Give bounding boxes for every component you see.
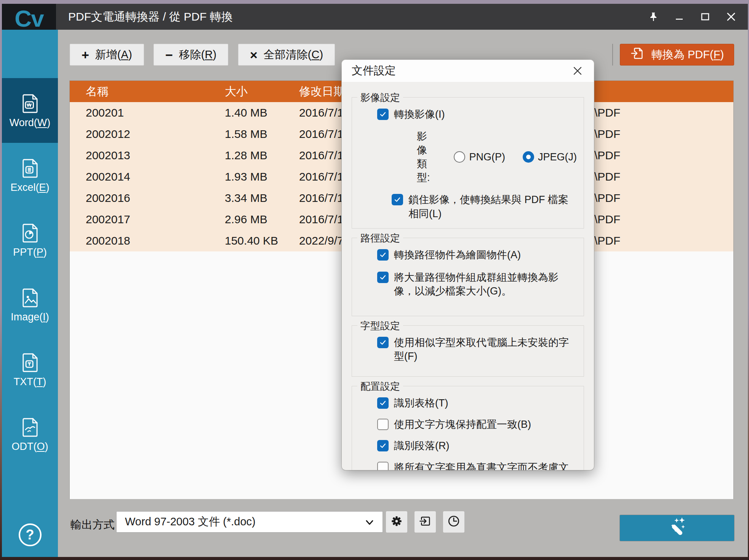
file-name: 2002018 <box>70 234 225 247</box>
file-path: \PDF <box>594 234 733 247</box>
file-size: 1.58 MB <box>225 128 299 141</box>
group-legend: 配置設定 <box>357 380 403 393</box>
pin-icon[interactable] <box>648 11 659 22</box>
magic-wand-icon <box>665 515 689 541</box>
checkbox[interactable] <box>392 194 403 205</box>
image-settings-group: 影像設定 轉換影像(I) 影像類型: PNG(P) JPEG(J) <box>352 97 584 229</box>
column-header-name[interactable]: 名稱 <box>70 84 225 99</box>
checkbox[interactable] <box>377 419 389 430</box>
image-type-label: 影像類型: <box>417 130 436 184</box>
remove-button[interactable]: − 移除(R) <box>154 44 228 66</box>
sidebar-item-label: TXT(T) <box>14 376 46 388</box>
export-icon <box>418 514 432 530</box>
lock-images-checkbox-row[interactable]: 鎖住影像，使轉換結果與 PDF 檔案相同(L) <box>392 193 577 221</box>
help-button[interactable]: ? <box>19 523 42 546</box>
quick-convert-button[interactable] <box>620 515 734 541</box>
file-name: 2002017 <box>70 213 225 226</box>
checkbox[interactable] <box>377 397 389 409</box>
dialog-close-icon[interactable] <box>571 64 584 77</box>
clock-icon <box>447 514 461 530</box>
png-radio-row[interactable]: PNG(P) <box>454 151 505 163</box>
group-legend: 影像設定 <box>357 91 403 104</box>
radio-button[interactable] <box>523 151 534 163</box>
file-name: 2002014 <box>70 170 225 183</box>
question-icon: ? <box>26 527 34 543</box>
convert-images-checkbox-row[interactable]: 轉換影像(I) <box>377 107 577 121</box>
column-header-size[interactable]: 大小 <box>225 84 299 99</box>
convert-to-pdf-button[interactable]: 轉換為 PDF(F) <box>620 44 734 66</box>
close-button[interactable] <box>726 11 736 22</box>
substitute-fonts-checkbox-row[interactable]: 使用相似字型來取代電腦上未安裝的字型(F) <box>377 336 577 363</box>
group-legend: 路徑設定 <box>357 232 403 245</box>
word-doc-icon <box>19 93 41 115</box>
gear-icon <box>390 514 403 530</box>
sidebar-item-ppt[interactable]: PPT(P) <box>2 208 58 272</box>
excel-doc-icon <box>19 157 41 179</box>
file-size: 2.96 MB <box>225 213 299 226</box>
file-path: \PDF <box>594 213 733 226</box>
add-button[interactable]: + 新增(A) <box>70 44 144 66</box>
document-settings-dialog: 文件設定 影像設定 轉換影像(I) 影像類型: PNG(P) <box>342 60 594 470</box>
layout-settings-group: 配置設定 識別表格(T) 使用文字方塊保持配置一致(B) 識別段落(R) 將所有… <box>352 386 584 470</box>
checkbox[interactable] <box>377 272 389 283</box>
sidebar-item-label: Word(W) <box>10 117 51 129</box>
file-size: 1.28 MB <box>225 149 299 162</box>
title-bar: Cv PDF文電通轉換器 / 從 PDF 轉換 <box>2 4 748 30</box>
sidebar-item-label: PPT(P) <box>13 246 47 258</box>
minimize-button[interactable] <box>674 11 685 22</box>
jpeg-radio-row[interactable]: JPEG(J) <box>523 151 577 163</box>
radio-button[interactable] <box>454 151 465 163</box>
dialog-title-bar: 文件設定 <box>342 60 594 82</box>
checkbox[interactable] <box>377 440 389 451</box>
file-path: \PDF <box>594 192 733 205</box>
sidebar-item-txt[interactable]: TXT(T) <box>2 337 58 402</box>
convert-paths-checkbox-row[interactable]: 轉換路徑物件為繪圖物件(A) <box>377 248 577 262</box>
checkbox[interactable] <box>377 462 389 470</box>
history-button[interactable] <box>443 511 464 533</box>
app-window: Cv PDF文電通轉換器 / 從 PDF 轉換 <box>2 4 748 557</box>
sidebar-item-excel[interactable]: Excel(E) <box>2 143 58 208</box>
clear-all-button[interactable]: × 全部清除(C) <box>238 44 335 66</box>
checkbox[interactable] <box>377 109 389 120</box>
vertical-text-checkbox-row[interactable]: 將所有文字套用為直書文字而不考慮文件中的直排文字(V) <box>377 461 577 470</box>
detect-tables-checkbox-row[interactable]: 識別表格(T) <box>377 396 577 410</box>
path-settings-group: 路徑設定 轉換路徑物件為繪圖物件(A) 將大量路徑物件組成群組並轉換為影像，以減… <box>352 238 584 316</box>
use-textboxes-checkbox-row[interactable]: 使用文字方塊保持配置一致(B) <box>377 418 577 431</box>
cross-icon: × <box>250 48 258 61</box>
doc-arrow-icon <box>630 46 645 63</box>
export-button[interactable] <box>415 511 436 533</box>
image-doc-icon <box>19 287 41 309</box>
window-title: PDF文電通轉換器 / 從 PDF 轉換 <box>68 9 648 25</box>
sidebar: Word(W) Excel(E) PPT(P) <box>2 30 58 557</box>
dialog-title: 文件設定 <box>352 63 396 78</box>
toolbar-separator <box>612 44 613 66</box>
file-path: \PDF <box>594 106 733 119</box>
sidebar-item-word[interactable]: Word(W) <box>2 78 58 143</box>
group-legend: 字型設定 <box>357 319 403 333</box>
file-name: 2002012 <box>70 128 225 141</box>
minus-icon: − <box>165 48 173 61</box>
app-logo: Cv <box>2 4 56 30</box>
file-path: \PDF <box>594 170 733 183</box>
settings-gear-button[interactable] <box>386 511 407 533</box>
font-settings-group: 字型設定 使用相似字型來取代電腦上未安裝的字型(F) <box>352 325 584 377</box>
output-format-select[interactable]: Word 97-2003 文件 (*.doc) <box>116 511 383 533</box>
plus-icon: + <box>82 48 89 61</box>
chevron-down-icon <box>365 516 374 528</box>
checkbox[interactable] <box>377 249 389 261</box>
file-size: 150.40 KB <box>225 234 299 247</box>
odt-doc-icon <box>19 416 41 438</box>
maximize-button[interactable] <box>700 11 711 22</box>
sidebar-item-odt[interactable]: ODT(O) <box>2 402 58 467</box>
selected-format: Word 97-2003 文件 (*.doc) <box>125 514 256 530</box>
group-paths-checkbox-row[interactable]: 將大量路徑物件組成群組並轉換為影像，以減少檔案大小(G)。 <box>377 270 577 298</box>
checkbox[interactable] <box>377 337 389 348</box>
sidebar-item-label: ODT(O) <box>12 441 48 453</box>
file-name: 2002016 <box>70 192 225 205</box>
footer-bar: 輸出方式 Word 97-2003 文件 (*.doc) <box>58 499 748 557</box>
detect-paragraphs-checkbox-row[interactable]: 識別段落(R) <box>377 439 577 453</box>
sidebar-item-image[interactable]: Image(I) <box>2 272 58 337</box>
file-size: 1.93 MB <box>225 170 299 183</box>
file-path: \PDF <box>594 128 733 141</box>
file-size: 1.40 MB <box>225 106 299 119</box>
